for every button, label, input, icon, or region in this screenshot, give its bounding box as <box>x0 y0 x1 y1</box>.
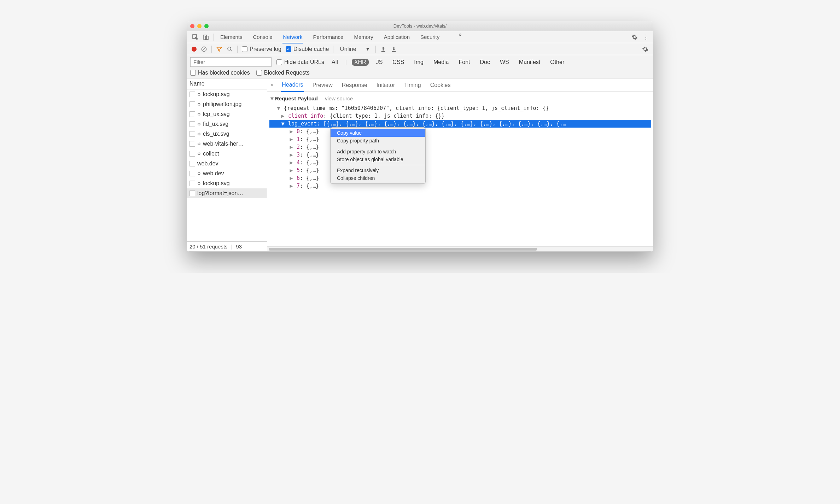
record-icon[interactable] <box>192 47 197 52</box>
filter-icon[interactable] <box>216 46 222 52</box>
tree-log-event[interactable]: ▼ log_event: [{,…}, {,…}, {,…}, {,…}, {,… <box>269 120 651 128</box>
file-item[interactable]: ⚙cls_ux.svg <box>187 129 267 139</box>
tab-performance[interactable]: Performance <box>313 31 344 43</box>
file-item[interactable]: ⚙lcp_ux.svg <box>187 109 267 119</box>
tab-elements[interactable]: Elements <box>220 31 243 43</box>
separator <box>237 46 238 53</box>
file-name: web.dev <box>203 170 224 177</box>
file-icon <box>189 151 195 157</box>
tree-item[interactable]: ▶ 4: {,…} <box>269 159 651 166</box>
blocked-requests-checkbox[interactable]: Blocked Requests <box>256 70 310 76</box>
tab-application[interactable]: Application <box>383 31 410 43</box>
download-icon[interactable] <box>391 46 397 52</box>
dropdown-icon: ▾ <box>366 46 369 52</box>
file-item[interactable]: ⚙lockup.svg <box>187 178 267 188</box>
ctx-collapse[interactable]: Collapse children <box>331 174 425 182</box>
ctx-expand[interactable]: Expand recursively <box>331 166 425 174</box>
throttling-select[interactable]: Online ▾ <box>338 46 371 52</box>
type-xhr[interactable]: XHR <box>352 59 369 66</box>
upload-icon[interactable] <box>380 46 386 52</box>
separator <box>375 46 376 53</box>
inspect-icon[interactable] <box>191 33 199 41</box>
type-ws[interactable]: WS <box>497 59 512 66</box>
type-manifest[interactable]: Manifest <box>517 59 543 66</box>
hide-data-urls-checkbox[interactable]: Hide data URLs <box>276 59 324 65</box>
tab-preview[interactable]: Preview <box>312 79 333 92</box>
ctx-store-global[interactable]: Store object as global variable <box>331 156 425 163</box>
tree-client-info[interactable]: ▶ client_info: {client_type: 1, js_clien… <box>269 112 651 120</box>
ctx-copy-value[interactable]: Copy value <box>331 129 425 137</box>
payload-section-header[interactable]: ▼Request Payload <box>269 95 318 101</box>
file-item[interactable]: ⚙lockup.svg <box>187 89 267 99</box>
file-item[interactable]: log?format=json… <box>187 188 267 198</box>
tab-console[interactable]: Console <box>252 31 273 43</box>
file-name: philipwalton.jpg <box>203 101 241 107</box>
type-img[interactable]: Img <box>412 59 426 66</box>
preserve-log-checkbox[interactable]: Preserve log <box>242 46 281 52</box>
file-item[interactable]: ⚙web.dev <box>187 169 267 178</box>
file-item[interactable]: ⚙philipwalton.jpg <box>187 99 267 109</box>
more-tabs-icon[interactable]: » <box>459 31 461 43</box>
tree-item[interactable]: ▶ 7: {,…} <box>269 182 651 190</box>
tab-timing[interactable]: Timing <box>403 79 421 92</box>
file-item[interactable]: web.dev <box>187 159 267 169</box>
tree-root[interactable]: ▼ {request_time_ms: "1605078406207", cli… <box>269 104 651 112</box>
disable-cache-checkbox[interactable]: ✓ Disable cache <box>286 46 329 52</box>
separator <box>331 146 425 146</box>
tab-network[interactable]: Network <box>282 31 303 43</box>
tree-item[interactable]: ▶ 2: {,…} <box>269 143 651 151</box>
close-detail-icon[interactable]: × <box>270 82 273 88</box>
file-icon <box>189 161 195 166</box>
type-doc[interactable]: Doc <box>478 59 492 66</box>
type-font[interactable]: Font <box>456 59 473 66</box>
file-item[interactable]: ⚙web-vitals-her… <box>187 139 267 149</box>
file-icon <box>189 131 195 137</box>
tree-item[interactable]: ▶ 3: {,…} <box>269 151 651 159</box>
tab-security[interactable]: Security <box>420 31 440 43</box>
file-icon <box>189 92 195 97</box>
name-column-header[interactable]: Name <box>187 78 267 89</box>
file-item[interactable]: ⚙fid_ux.svg <box>187 119 267 129</box>
tree-item[interactable]: ▶ 5: {,…} <box>269 166 651 174</box>
horizontal-scrollbar[interactable] <box>267 246 653 251</box>
file-icon <box>189 171 195 176</box>
svg-line-6 <box>231 50 232 51</box>
scroll-thumb[interactable] <box>269 248 537 251</box>
clear-icon[interactable] <box>201 46 207 52</box>
tab-memory[interactable]: Memory <box>353 31 374 43</box>
tab-headers[interactable]: Headers <box>281 78 304 92</box>
ctx-copy-path[interactable]: Copy property path <box>331 137 425 145</box>
type-all[interactable]: All <box>329 59 340 66</box>
file-name: lockup.svg <box>203 91 230 98</box>
tab-response[interactable]: Response <box>341 79 368 92</box>
type-css[interactable]: CSS <box>390 59 407 66</box>
status-extra: 93 <box>236 244 242 250</box>
context-menu: Copy value Copy property path Add proper… <box>330 127 426 184</box>
network-settings-icon[interactable] <box>642 46 648 52</box>
filter-input[interactable] <box>190 57 272 67</box>
disable-cache-label: Disable cache <box>293 46 329 52</box>
has-blocked-cookies-checkbox[interactable]: Has blocked cookies <box>190 70 250 76</box>
device-toggle-icon[interactable] <box>202 33 210 41</box>
ctx-add-watch[interactable]: Add property path to watch <box>331 148 425 156</box>
file-name: lcp_ux.svg <box>203 111 230 117</box>
type-js[interactable]: JS <box>374 59 385 66</box>
type-other[interactable]: Other <box>548 59 567 66</box>
tab-initiator[interactable]: Initiator <box>376 79 396 92</box>
svg-point-5 <box>228 47 231 50</box>
separator <box>331 165 425 165</box>
view-source-link[interactable]: view source <box>325 95 353 101</box>
gear-icon: ⚙ <box>197 112 201 116</box>
type-media[interactable]: Media <box>431 59 451 66</box>
file-item[interactable]: ⚙collect <box>187 149 267 159</box>
settings-icon[interactable] <box>631 34 638 40</box>
tree-item[interactable]: ▶ 6: {,…} <box>269 174 651 182</box>
content: Name ⚙lockup.svg⚙philipwalton.jpg⚙lcp_ux… <box>187 78 653 252</box>
tree-item[interactable]: ▶ 1: {,…} <box>269 135 651 143</box>
tab-cookies[interactable]: Cookies <box>430 79 451 92</box>
more-menu-icon[interactable]: ⋮ <box>643 33 649 41</box>
file-icon <box>189 101 195 107</box>
search-icon[interactable] <box>227 46 233 52</box>
tree-item[interactable]: ▶ 0: {,…} <box>269 128 651 135</box>
file-icon <box>189 141 195 147</box>
